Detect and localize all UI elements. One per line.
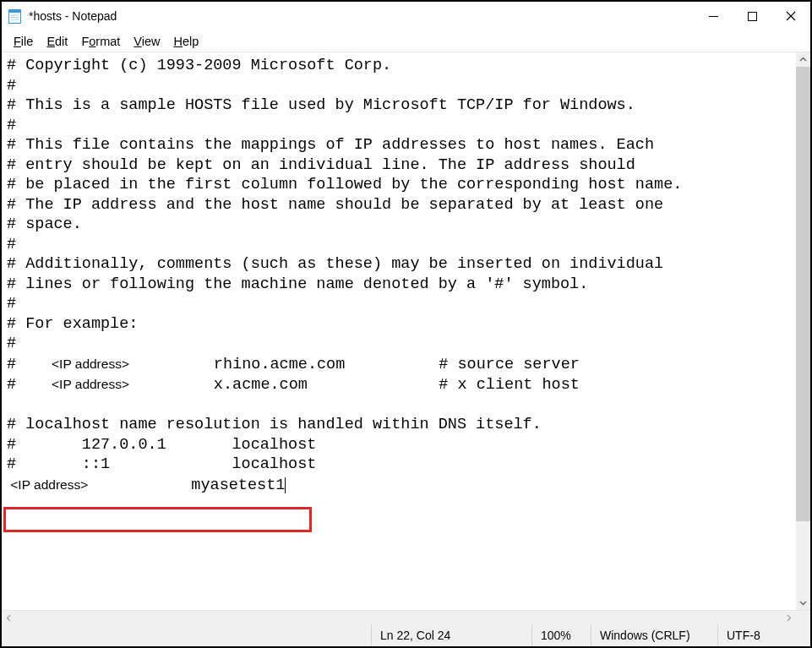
menu-format[interactable]: Format bbox=[74, 33, 127, 50]
menubar: File Edit Format View Help bbox=[2, 30, 810, 52]
statusbar: Ln 22, Col 24 100% Windows (CRLF) UTF-8 bbox=[2, 624, 810, 646]
window-controls bbox=[694, 2, 810, 30]
text-line: # Copyright (c) 1993-2009 Microsoft Corp… bbox=[7, 57, 391, 74]
vertical-scroll-thumb[interactable] bbox=[796, 67, 810, 521]
text-line: # bbox=[7, 117, 16, 134]
text-line: # bbox=[7, 356, 44, 373]
status-zoom: 100% bbox=[531, 624, 591, 646]
maximize-button[interactable] bbox=[733, 2, 771, 30]
minimize-button[interactable] bbox=[694, 2, 733, 30]
menu-file[interactable]: File bbox=[7, 33, 40, 50]
scroll-left-arrow-icon[interactable] bbox=[2, 611, 16, 624]
scroll-up-arrow-icon[interactable] bbox=[796, 52, 810, 67]
editor-area: # Copyright (c) 1993-2009 Microsoft Corp… bbox=[2, 52, 810, 610]
svg-rect-6 bbox=[748, 12, 756, 20]
text-line: # The IP address and the host name shoul… bbox=[7, 196, 663, 214]
text-line: # 127.0.0.1 localhost bbox=[7, 436, 316, 454]
ip-placeholder: <IP address> bbox=[7, 477, 88, 492]
text-line: # entry should be kept on an individual … bbox=[7, 156, 635, 174]
ip-placeholder: <IP address> bbox=[44, 357, 129, 371]
text-line: # lines or following the machine name de… bbox=[7, 275, 588, 293]
titlebar: *hosts - Notepad bbox=[2, 2, 810, 30]
svg-rect-1 bbox=[8, 9, 21, 13]
status-position: Ln 22, Col 24 bbox=[371, 624, 531, 646]
text-line: rhino.acme.com # source server bbox=[129, 356, 580, 373]
ip-placeholder: <IP address> bbox=[44, 377, 129, 391]
close-button[interactable] bbox=[771, 2, 810, 30]
horizontal-scrollbar[interactable] bbox=[2, 610, 810, 624]
text-editor[interactable]: # Copyright (c) 1993-2009 Microsoft Corp… bbox=[2, 52, 796, 610]
status-filler bbox=[2, 624, 371, 646]
text-line: # This is a sample HOSTS file used by Mi… bbox=[7, 96, 635, 114]
text-line: myasetest1 bbox=[88, 476, 285, 494]
text-line: # localhost name resolution is handled w… bbox=[7, 416, 542, 433]
window-title: *hosts - Notepad bbox=[29, 9, 117, 23]
notepad-icon bbox=[7, 8, 22, 24]
text-line: # Additionally, comments (such as these)… bbox=[7, 255, 663, 273]
text-line: # space. bbox=[7, 215, 82, 233]
menu-edit[interactable]: Edit bbox=[40, 33, 74, 50]
text-line: # ::1 localhost bbox=[7, 455, 316, 473]
menu-help[interactable]: Help bbox=[167, 33, 206, 50]
status-encoding: UTF-8 bbox=[717, 624, 810, 646]
text-line: # bbox=[7, 295, 16, 313]
scroll-down-arrow-icon[interactable] bbox=[796, 596, 810, 610]
annotation-highlight bbox=[3, 507, 312, 532]
vertical-scrollbar[interactable] bbox=[796, 52, 810, 610]
text-line: # This file contains the mappings of IP … bbox=[7, 136, 654, 154]
horizontal-scroll-track[interactable] bbox=[16, 611, 782, 624]
scroll-corner bbox=[796, 611, 810, 624]
text-cursor bbox=[285, 477, 286, 493]
text-line: # bbox=[7, 236, 16, 253]
text-line: # bbox=[7, 376, 44, 394]
vertical-scroll-track[interactable] bbox=[796, 67, 810, 596]
scroll-right-arrow-icon[interactable] bbox=[782, 611, 796, 624]
text-line: x.acme.com # x client host bbox=[129, 376, 580, 394]
text-line: # bbox=[7, 77, 16, 95]
menu-view[interactable]: View bbox=[127, 33, 166, 50]
text-line: # For example: bbox=[7, 315, 138, 333]
text-line: # bbox=[7, 335, 16, 352]
status-eol: Windows (CRLF) bbox=[591, 624, 717, 646]
text-line: # be placed in the first column followed… bbox=[7, 176, 682, 193]
